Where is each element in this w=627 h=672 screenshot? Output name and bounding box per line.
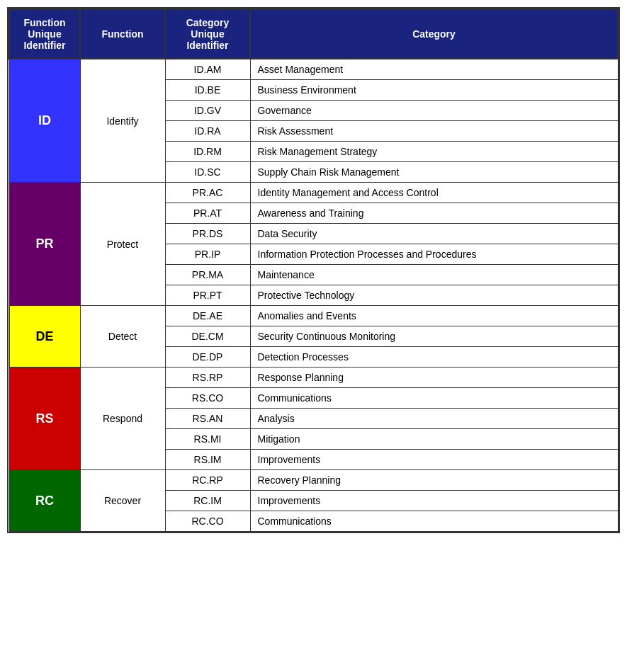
category-cell: Business Environment	[250, 80, 618, 101]
cat-uid-cell: ID.RA	[165, 121, 250, 142]
cat-uid-cell: PR.PT	[165, 285, 250, 306]
category-cell: Identity Management and Access Control	[250, 183, 618, 203]
category-cell: Anomalies and Events	[250, 306, 618, 326]
category-cell: Analysis	[250, 409, 618, 429]
category-cell: Communications	[250, 388, 618, 409]
table-row: RCRecoverRC.RPRecovery Planning	[9, 470, 618, 491]
header-function: Function	[80, 9, 165, 59]
category-cell: Mitigation	[250, 429, 618, 450]
cat-uid-cell: PR.IP	[165, 244, 250, 265]
cat-uid-cell: RS.IM	[165, 450, 250, 470]
cat-uid-cell: ID.SC	[165, 162, 250, 183]
cat-uid-cell: RS.CO	[165, 388, 250, 409]
category-cell: Protective Technology	[250, 285, 618, 306]
cat-uid-cell: RS.MI	[165, 429, 250, 450]
category-cell: Improvements	[250, 491, 618, 511]
cat-uid-cell: ID.AM	[165, 59, 250, 80]
func-uid-cell: DE	[9, 306, 80, 368]
func-uid-cell: RC	[9, 470, 80, 532]
cat-uid-cell: DE.AE	[165, 306, 250, 326]
cat-uid-cell: RC.RP	[165, 470, 250, 491]
function-cell: Protect	[80, 183, 165, 306]
header-cat-uid: CategoryUniqueIdentifier	[165, 9, 250, 59]
category-cell: Response Planning	[250, 368, 618, 388]
cat-uid-cell: PR.AC	[165, 183, 250, 203]
category-cell: Data Security	[250, 224, 618, 244]
function-cell: Detect	[80, 306, 165, 368]
cat-uid-cell: PR.AT	[165, 203, 250, 224]
cat-uid-cell: ID.GV	[165, 101, 250, 121]
cat-uid-cell: RC.IM	[165, 491, 250, 511]
cat-uid-cell: PR.DS	[165, 224, 250, 244]
cat-uid-cell: ID.RM	[165, 142, 250, 162]
func-uid-cell: ID	[9, 59, 80, 183]
category-cell: Risk Assessment	[250, 121, 618, 142]
cat-uid-cell: DE.DP	[165, 347, 250, 368]
category-cell: Governance	[250, 101, 618, 121]
category-cell: Detection Processes	[250, 347, 618, 368]
category-cell: Awareness and Training	[250, 203, 618, 224]
table-row: IDIdentifyID.AMAsset Management	[9, 59, 618, 80]
func-uid-cell: RS	[9, 368, 80, 470]
category-cell: Supply Chain Risk Management	[250, 162, 618, 183]
func-uid-cell: PR	[9, 183, 80, 306]
function-cell: Identify	[80, 59, 165, 183]
function-cell: Recover	[80, 470, 165, 532]
table-row: DEDetectDE.AEAnomalies and Events	[9, 306, 618, 326]
cat-uid-cell: ID.BE	[165, 80, 250, 101]
cat-uid-cell: RS.RP	[165, 368, 250, 388]
category-cell: Risk Management Strategy	[250, 142, 618, 162]
header-category: Category	[250, 9, 618, 59]
category-cell: Asset Management	[250, 59, 618, 80]
category-cell: Recovery Planning	[250, 470, 618, 491]
table-row: PRProtectPR.ACIdentity Management and Ac…	[9, 183, 618, 203]
header-func-uid: FunctionUniqueIdentifier	[9, 9, 80, 59]
cat-uid-cell: RS.AN	[165, 409, 250, 429]
header-row: FunctionUniqueIdentifier Function Catego…	[9, 9, 618, 59]
category-cell: Security Continuous Monitoring	[250, 326, 618, 347]
cat-uid-cell: RC.CO	[165, 511, 250, 532]
category-cell: Improvements	[250, 450, 618, 470]
main-table: FunctionUniqueIdentifier Function Catego…	[7, 7, 620, 533]
category-cell: Maintenance	[250, 265, 618, 285]
category-cell: Communications	[250, 511, 618, 532]
category-cell: Information Protection Processes and Pro…	[250, 244, 618, 265]
cat-uid-cell: DE.CM	[165, 326, 250, 347]
function-cell: Respond	[80, 368, 165, 470]
table-row: RSRespondRS.RPResponse Planning	[9, 368, 618, 388]
cat-uid-cell: PR.MA	[165, 265, 250, 285]
